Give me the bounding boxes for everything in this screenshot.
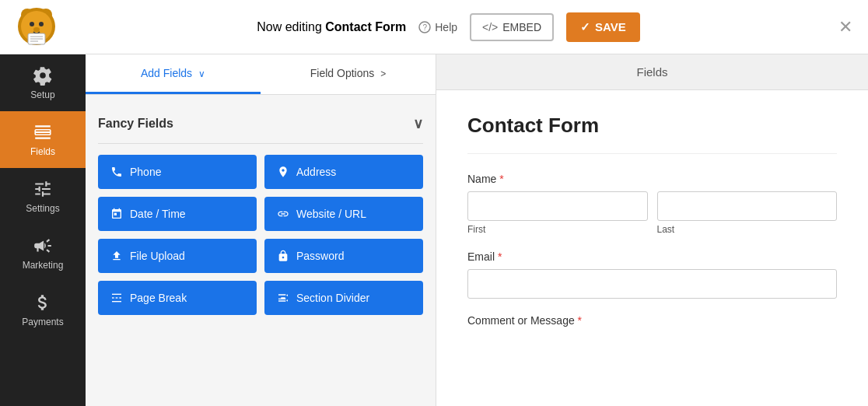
sidebar-item-marketing[interactable]: Marketing	[0, 225, 86, 282]
svg-rect-14	[112, 294, 121, 295]
address-field-button[interactable]: Address	[264, 155, 423, 189]
save-button[interactable]: ✓ SAVE	[566, 12, 640, 42]
panel-content: Fancy Fields ∨ Phone Address	[86, 95, 436, 406]
phone-field-button[interactable]: Phone	[98, 155, 257, 189]
svg-text:?: ?	[423, 23, 428, 32]
email-label: Email *	[467, 250, 837, 263]
last-name-col: Last	[657, 191, 838, 235]
fields-icon	[33, 122, 53, 142]
fields-grid: Phone Address Date / Time	[98, 155, 423, 315]
comment-label: Comment or Message *	[467, 314, 837, 327]
settings-icon	[33, 179, 53, 199]
payments-icon	[33, 292, 53, 313]
first-name-col: First	[467, 191, 648, 235]
form-group-comment: Comment or Message *	[467, 314, 837, 327]
form-preview: Fields Contact Form Name * First Last	[436, 54, 868, 406]
calendar-icon	[110, 208, 123, 220]
tab-add-fields[interactable]: Add Fields ∨	[86, 54, 261, 94]
form-group-name: Name * First Last	[467, 173, 837, 235]
top-bar-center: Now editing Contact Form ? Help </> EMBE…	[257, 12, 640, 42]
tab-field-options[interactable]: Field Options >	[261, 54, 436, 94]
phone-icon	[110, 166, 123, 178]
email-input[interactable]	[467, 269, 837, 299]
svg-rect-15	[112, 301, 121, 302]
sidebar-payments-label: Payments	[22, 317, 63, 327]
gear-icon	[33, 65, 53, 86]
panel-tabs: Add Fields ∨ Field Options >	[86, 54, 436, 95]
section-divider-field-button[interactable]: Section Divider	[264, 281, 423, 315]
divider-icon	[277, 292, 289, 304]
sidebar-settings-label: Settings	[26, 203, 59, 214]
datetime-field-button[interactable]: Date / Time	[98, 197, 257, 231]
name-label: Name *	[467, 173, 837, 185]
sidebar-item-fields[interactable]: Fields	[0, 111, 86, 168]
file-upload-field-button[interactable]: File Upload	[98, 239, 257, 273]
last-name-input[interactable]	[657, 191, 838, 221]
checkmark-icon: ✓	[580, 20, 590, 34]
upload-icon	[110, 250, 123, 262]
email-required-indicator: *	[498, 250, 502, 263]
marketing-icon	[33, 236, 53, 256]
first-name-sublabel: First	[467, 224, 648, 235]
close-button[interactable]: ✕	[838, 17, 852, 37]
embed-button[interactable]: </> EMBED	[470, 13, 554, 41]
link-icon	[277, 208, 289, 220]
svg-point-6	[33, 27, 40, 32]
pagebreak-icon	[110, 292, 123, 304]
logo	[16, 5, 58, 48]
fancy-fields-section: Fancy Fields ∨	[98, 107, 423, 144]
svg-rect-16	[112, 297, 114, 298]
website-field-button[interactable]: Website / URL	[264, 197, 423, 231]
preview-content: Contact Form Name * First Last	[436, 90, 868, 406]
page-break-field-button[interactable]: Page Break	[98, 281, 257, 315]
lock-icon	[277, 250, 289, 262]
sidebar-item-settings[interactable]: Settings	[0, 168, 86, 225]
svg-point-4	[30, 22, 34, 26]
first-name-input[interactable]	[467, 191, 648, 221]
top-bar: Now editing Contact Form ? Help </> EMBE…	[0, 0, 868, 54]
comment-required-indicator: *	[578, 314, 582, 327]
embed-icon: </>	[482, 21, 498, 33]
svg-point-5	[39, 22, 44, 26]
fancy-fields-chevron-icon[interactable]: ∨	[413, 115, 423, 132]
svg-rect-17	[116, 297, 118, 298]
main-layout: Setup Fields Settings Marketing	[0, 54, 868, 406]
password-field-button[interactable]: Password	[264, 239, 423, 273]
name-required-indicator: *	[499, 173, 503, 185]
sidebar-setup-label: Setup	[30, 89, 54, 100]
last-name-sublabel: Last	[657, 224, 838, 235]
add-fields-panel: Add Fields ∨ Field Options > Fancy Field…	[86, 54, 436, 406]
field-options-arrow-icon: >	[380, 68, 386, 79]
sidebar-item-payments[interactable]: Payments	[0, 282, 86, 338]
preview-header: Fields	[436, 54, 868, 90]
sidebar-marketing-label: Marketing	[23, 260, 64, 271]
name-inputs-row: First Last	[467, 191, 837, 235]
help-button[interactable]: ? Help	[418, 21, 457, 33]
form-group-email: Email *	[467, 250, 837, 299]
location-icon	[277, 166, 289, 178]
form-title: Contact Form	[467, 114, 837, 154]
sidebar-item-setup[interactable]: Setup	[0, 54, 86, 111]
add-fields-arrow-icon: ∨	[198, 68, 205, 79]
editing-label: Now editing Contact Form	[257, 20, 406, 34]
sidebar: Setup Fields Settings Marketing	[0, 54, 86, 406]
svg-rect-18	[119, 297, 121, 298]
fancy-fields-label: Fancy Fields	[98, 117, 173, 131]
sidebar-fields-label: Fields	[30, 146, 55, 157]
